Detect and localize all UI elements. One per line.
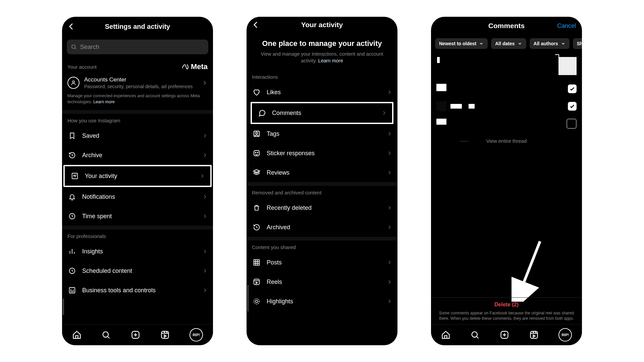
comment-item[interactable] bbox=[436, 101, 577, 119]
back-arrow-icon[interactable] bbox=[251, 20, 260, 29]
comment-thumbnail bbox=[558, 57, 577, 75]
accounts-center-sub: Password, security, personal details, ad… bbox=[84, 84, 202, 89]
svg-rect-21 bbox=[530, 331, 537, 339]
chevron-right-icon bbox=[387, 225, 392, 230]
checkbox-checked[interactable] bbox=[568, 102, 577, 111]
chevron-right-icon bbox=[202, 80, 208, 86]
nav-create-icon[interactable] bbox=[500, 330, 509, 340]
chevron-right-icon bbox=[202, 249, 208, 254]
accounts-center-row[interactable]: Accounts Center Password, security, pers… bbox=[62, 74, 213, 93]
filter-authors[interactable]: All authors bbox=[530, 38, 570, 49]
grid-icon bbox=[252, 259, 261, 266]
section-removed: Removed and archived content bbox=[247, 186, 397, 198]
row-time-spent[interactable]: Time spent bbox=[62, 206, 213, 226]
history-icon bbox=[67, 152, 77, 159]
row-sticker[interactable]: Sticker responses bbox=[247, 143, 397, 163]
svg-rect-15 bbox=[254, 279, 260, 285]
bottom-nav: RIP! bbox=[62, 324, 213, 345]
row-tags[interactable]: Tags bbox=[247, 124, 397, 143]
page-title: Your activity bbox=[301, 21, 343, 29]
row-posts[interactable]: Posts bbox=[247, 253, 397, 272]
nav-reels-icon[interactable] bbox=[160, 330, 170, 340]
svg-rect-14 bbox=[254, 260, 260, 265]
chevron-right-icon bbox=[381, 110, 387, 116]
delete-button[interactable]: Delete (2) bbox=[436, 302, 577, 308]
chevron-right-icon bbox=[202, 153, 208, 158]
row-scheduled[interactable]: Scheduled content bbox=[62, 261, 213, 281]
activity-icon bbox=[70, 172, 79, 180]
redacted-text bbox=[469, 104, 475, 109]
chevron-right-icon bbox=[202, 268, 208, 274]
filter-chips: Newest to oldest All dates All authors S… bbox=[431, 35, 582, 52]
row-biztools[interactable]: Business tools and controls bbox=[62, 281, 213, 300]
nav-search-icon[interactable] bbox=[101, 330, 111, 340]
reels-icon bbox=[252, 278, 261, 286]
svg-point-17 bbox=[255, 300, 258, 303]
view-thread-link[interactable]: View entire thread bbox=[436, 133, 577, 149]
nav-home-icon[interactable] bbox=[72, 330, 82, 340]
comment-item[interactable] bbox=[436, 119, 577, 133]
nav-reels-icon[interactable] bbox=[529, 330, 539, 340]
highlight-your-activity: Your activity bbox=[63, 165, 212, 187]
svg-point-10 bbox=[256, 132, 258, 134]
back-arrow-icon[interactable] bbox=[67, 22, 75, 31]
row-archived[interactable]: Archived bbox=[247, 218, 397, 237]
row-saved[interactable]: Saved bbox=[62, 126, 213, 145]
nav-search-icon[interactable] bbox=[470, 330, 480, 340]
learn-more-link[interactable]: Learn more bbox=[93, 100, 115, 104]
row-likes[interactable]: Likes bbox=[247, 82, 397, 102]
accounts-center-title: Accounts Center bbox=[84, 76, 202, 83]
delete-note: Some comments appear on Facebook because… bbox=[436, 308, 577, 322]
row-your-activity[interactable]: Your activity bbox=[65, 166, 210, 186]
svg-line-18 bbox=[518, 241, 540, 297]
sticker-icon bbox=[252, 149, 261, 157]
svg-point-16 bbox=[254, 299, 260, 304]
row-highlights[interactable]: Highlights bbox=[247, 292, 397, 311]
header: Your activity bbox=[247, 17, 397, 33]
chevron-down-icon bbox=[479, 41, 484, 46]
section-shared: Content you shared bbox=[247, 240, 397, 253]
filter-shared[interactable]: Shared to bbox=[573, 38, 582, 49]
screen-settings: Settings and activity Search Your accoun… bbox=[62, 17, 213, 345]
nav-home-icon[interactable] bbox=[441, 330, 450, 340]
search-input[interactable]: Search bbox=[67, 40, 208, 54]
nav-profile-icon[interactable]: RIP! bbox=[190, 328, 203, 342]
row-insights[interactable]: Insights bbox=[62, 242, 213, 261]
redacted-text bbox=[437, 57, 440, 63]
chevron-down-icon bbox=[518, 41, 522, 46]
filter-sort[interactable]: Newest to oldest bbox=[435, 38, 488, 49]
bottom-nav: RIP! bbox=[431, 324, 582, 345]
review-icon bbox=[252, 169, 261, 177]
highlight-comments: Comments bbox=[251, 102, 393, 124]
checkbox-checked[interactable] bbox=[568, 84, 577, 93]
comment-item[interactable] bbox=[436, 81, 577, 101]
chevron-right-icon bbox=[202, 133, 208, 138]
arrow-annotation-icon bbox=[512, 238, 545, 302]
scroll-indicator bbox=[247, 285, 249, 312]
row-recently-deleted[interactable]: Recently deleted bbox=[247, 198, 397, 218]
divider bbox=[62, 226, 213, 229]
row-archive[interactable]: Archive bbox=[62, 145, 213, 165]
svg-point-19 bbox=[472, 332, 477, 337]
screen-your-activity: Your activity One place to manage your a… bbox=[247, 17, 397, 345]
filter-dates[interactable]: All dates bbox=[491, 38, 526, 49]
section-interactions: Interactions bbox=[247, 70, 397, 82]
svg-rect-8 bbox=[161, 331, 168, 339]
divider bbox=[247, 182, 397, 186]
nav-profile-icon[interactable]: RIP! bbox=[558, 328, 572, 342]
schedule-icon bbox=[67, 267, 77, 275]
delete-bar: Delete (2) Some comments appear on Faceb… bbox=[431, 297, 582, 324]
learn-more-link[interactable]: Learn more bbox=[318, 58, 343, 63]
checkbox-unchecked[interactable] bbox=[567, 119, 577, 129]
row-notifications[interactable]: Notifications bbox=[62, 187, 213, 206]
chevron-right-icon bbox=[387, 150, 392, 156]
chevron-down-icon bbox=[561, 41, 566, 46]
cancel-button[interactable]: Cancel bbox=[557, 22, 576, 29]
comment-item[interactable] bbox=[436, 54, 577, 81]
row-reels[interactable]: Reels bbox=[247, 272, 397, 292]
meta-fine-print: Manage your connected experiences and ac… bbox=[62, 93, 213, 110]
row-reviews[interactable]: Reviews bbox=[247, 163, 397, 182]
nav-create-icon[interactable] bbox=[131, 330, 140, 340]
bell-icon bbox=[67, 193, 77, 200]
row-comments[interactable]: Comments bbox=[252, 103, 392, 123]
